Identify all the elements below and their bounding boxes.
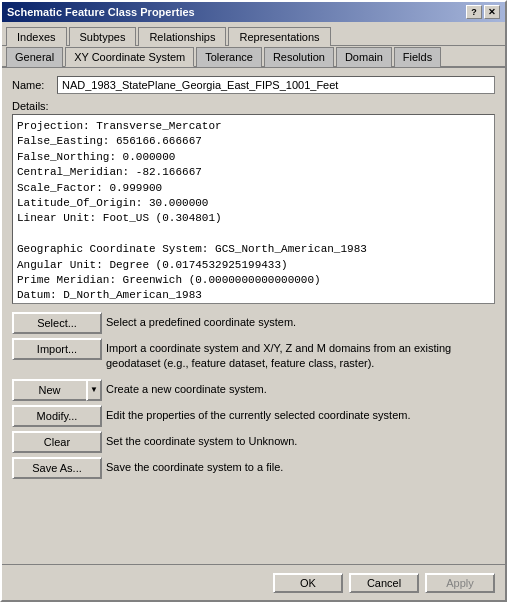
tab-fields[interactable]: Fields [394, 47, 441, 67]
tab-representations[interactable]: Representations [228, 27, 330, 46]
tab-subtypes[interactable]: Subtypes [69, 27, 137, 46]
cancel-button[interactable]: Cancel [349, 573, 419, 593]
new-button-container: New ▼ [12, 379, 102, 401]
new-button-arrow[interactable]: ▼ [86, 379, 102, 401]
help-button[interactable]: ? [466, 5, 482, 19]
new-button[interactable]: New [12, 379, 86, 401]
main-content: Name: Details: Projection: Transverse_Me… [2, 68, 505, 487]
tab-tolerance[interactable]: Tolerance [196, 47, 262, 67]
name-input[interactable] [57, 76, 495, 94]
clear-desc: Set the coordinate system to Unknown. [102, 431, 495, 452]
details-text[interactable]: Projection: Transverse_Mercator False_Ea… [13, 115, 494, 303]
close-button[interactable]: ✕ [484, 5, 500, 19]
ok-button[interactable]: OK [273, 573, 343, 593]
actions-area: Select... Select a predefined coordinate… [12, 312, 495, 479]
name-label: Name: [12, 79, 57, 91]
import-button[interactable]: Import... [12, 338, 102, 360]
bottom-tab-row: General XY Coordinate System Tolerance R… [2, 46, 505, 68]
tab-xy-coordinate[interactable]: XY Coordinate System [65, 47, 194, 67]
select-desc: Select a predefined coordinate system. [102, 312, 495, 333]
modify-desc: Edit the properties of the currently sel… [102, 405, 495, 426]
name-row: Name: [12, 76, 495, 94]
window-title: Schematic Feature Class Properties [7, 6, 195, 18]
tab-general[interactable]: General [6, 47, 63, 67]
apply-button[interactable]: Apply [425, 573, 495, 593]
tab-relationships[interactable]: Relationships [138, 27, 226, 46]
tab-domain[interactable]: Domain [336, 47, 392, 67]
details-label: Details: [12, 100, 495, 112]
save-as-desc: Save the coordinate system to a file. [102, 457, 495, 478]
title-bar-buttons: ? ✕ [466, 5, 500, 19]
save-as-button[interactable]: Save As... [12, 457, 102, 479]
import-desc: Import a coordinate system and X/Y, Z an… [102, 338, 495, 375]
new-desc: Create a new coordinate system. [102, 379, 495, 400]
bottom-bar: OK Cancel Apply [2, 564, 505, 600]
title-bar: Schematic Feature Class Properties ? ✕ [2, 2, 505, 22]
clear-button[interactable]: Clear [12, 431, 102, 453]
details-box: Projection: Transverse_Mercator False_Ea… [12, 114, 495, 304]
main-window: Schematic Feature Class Properties ? ✕ I… [0, 0, 507, 602]
modify-button[interactable]: Modify... [12, 405, 102, 427]
tab-resolution[interactable]: Resolution [264, 47, 334, 67]
select-button[interactable]: Select... [12, 312, 102, 334]
tab-indexes[interactable]: Indexes [6, 27, 67, 46]
top-tab-row: Indexes Subtypes Relationships Represent… [2, 22, 505, 46]
